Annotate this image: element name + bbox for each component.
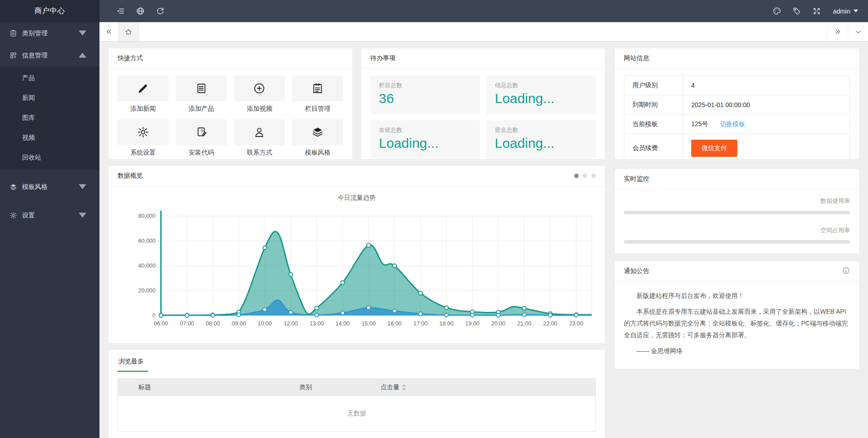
tabbar-spacer bbox=[139, 22, 827, 41]
sidebar-item-label: 信息管理 bbox=[22, 52, 47, 60]
col-header-clicks[interactable]: 点击量 bbox=[381, 383, 406, 391]
shortcut-add-news[interactable]: 添加新闻 bbox=[118, 75, 169, 113]
shortcut-system-settings[interactable]: 系统设置 bbox=[118, 119, 169, 157]
col-header-title: 标题 bbox=[118, 383, 299, 391]
sidebar-subitem-products[interactable]: 产品 bbox=[0, 68, 99, 88]
svg-text:08:00: 08:00 bbox=[206, 320, 220, 327]
switch-template-link[interactable]: 切换模板 bbox=[720, 120, 745, 127]
table-row: 用户级别 4 bbox=[624, 76, 850, 95]
shortcut-add-product[interactable]: 添加产品 bbox=[176, 75, 227, 113]
svg-text:20,000: 20,000 bbox=[138, 287, 155, 294]
svg-text:07:00: 07:00 bbox=[179, 320, 193, 327]
user-name: admin bbox=[833, 8, 850, 15]
chart-title: 今日流量趋势 bbox=[108, 186, 605, 205]
dashboard-content: 快捷方式 添加新闻 添加产品 bbox=[99, 42, 868, 438]
sidebar-item-template-style[interactable]: 模板风格 bbox=[0, 176, 99, 198]
realtime-monitor-panel: 实时监控 数据使用率 空间占用率 bbox=[615, 169, 859, 254]
traffic-trend-chart[interactable]: 020,00040,00060,00080,00006:0007:0008:00… bbox=[118, 205, 596, 340]
chevron-down-icon bbox=[855, 28, 862, 35]
sidebar-item-category-mgmt[interactable]: 类别管理 bbox=[0, 22, 99, 44]
stat-value: Loading... bbox=[495, 91, 588, 106]
notice-panel: 通知公告 新版建站程序与后台发布，欢迎使用！ 本系统是在原专用车云建站基础上发展… bbox=[615, 261, 859, 369]
expiry-date-value: 2025-01-01 00:00:00 bbox=[683, 95, 850, 115]
space-usage-meter: 空间占用率 bbox=[624, 226, 850, 244]
panel-title: 实时监控 bbox=[615, 169, 859, 189]
globe-icon[interactable] bbox=[130, 0, 150, 22]
svg-text:13:00: 13:00 bbox=[309, 320, 323, 327]
svg-text:19:00: 19:00 bbox=[465, 320, 479, 327]
fullscreen-icon[interactable] bbox=[807, 0, 827, 22]
sidebar-subitem-news[interactable]: 新闻 bbox=[0, 88, 99, 108]
current-template-value: 125号 bbox=[691, 120, 708, 127]
stat-messages-total: 留言总数 Loading... bbox=[486, 120, 596, 159]
svg-text:40,000: 40,000 bbox=[138, 263, 155, 269]
most-viewed-panel: 浏览最多 标题 类别 点击量 无数据 bbox=[108, 350, 605, 438]
carousel-dot[interactable] bbox=[574, 174, 579, 178]
gear-icon bbox=[9, 212, 17, 219]
shortcut-add-video[interactable]: 添加视频 bbox=[234, 75, 285, 113]
empty-state: 无数据 bbox=[118, 396, 595, 431]
svg-text:80,000: 80,000 bbox=[138, 213, 155, 219]
tab-most-viewed[interactable]: 浏览最多 bbox=[118, 358, 148, 372]
most-viewed-table: 标题 类别 点击量 无数据 bbox=[118, 378, 596, 432]
row-label: 到期时间 bbox=[624, 95, 683, 115]
sort-carets-icon[interactable] bbox=[402, 384, 406, 391]
tab-bar bbox=[99, 22, 868, 42]
double-chevron-right-icon bbox=[834, 28, 841, 35]
svg-text:20:00: 20:00 bbox=[491, 320, 505, 327]
data-usage-meter: 数据使用率 bbox=[624, 197, 850, 214]
refresh-icon[interactable] bbox=[150, 0, 170, 22]
app-title: 商户中心 bbox=[0, 0, 99, 22]
caret-down-icon bbox=[79, 183, 86, 191]
svg-text:06:00: 06:00 bbox=[154, 320, 168, 327]
notice-content: 新版建站程序与后台发布，欢迎使用！ 本系统是在原专用车云建站基础上发展而来，采用… bbox=[615, 282, 859, 369]
home-tab[interactable] bbox=[118, 22, 139, 41]
svg-text:60,000: 60,000 bbox=[138, 238, 155, 244]
svg-text:23:00: 23:00 bbox=[569, 320, 583, 327]
sidebar-subitem-gallery[interactable]: 图库 bbox=[0, 108, 99, 128]
tab-options-button[interactable] bbox=[848, 22, 868, 41]
notice-signature: —— 金思维网络 bbox=[624, 345, 850, 357]
carousel-dot[interactable] bbox=[591, 174, 596, 178]
sidebar-item-settings[interactable]: 设置 bbox=[0, 204, 99, 226]
sidebar-subitem-recycle[interactable]: 回收站 bbox=[0, 148, 99, 168]
table-row: 到期时间 2025-01-01 00:00:00 bbox=[624, 95, 850, 115]
svg-text:17:00: 17:00 bbox=[413, 320, 427, 327]
data-overview-panel: 数据概览 今日流量趋势 020,00040,00060,00080,00006:… bbox=[108, 166, 605, 343]
svg-text:15:00: 15:00 bbox=[361, 320, 375, 327]
user-menu[interactable]: admin bbox=[833, 8, 858, 15]
sidebar-subitem-video[interactable]: 视频 bbox=[0, 128, 99, 148]
notebook-icon bbox=[311, 82, 324, 94]
shortcuts-panel: 快捷方式 添加新闻 添加产品 bbox=[108, 48, 352, 159]
svg-text:18:00: 18:00 bbox=[439, 320, 453, 327]
panel-title: 数据概览 bbox=[118, 172, 143, 180]
progress-bar bbox=[624, 240, 850, 244]
sidebar-item-info-mgmt[interactable]: 信息管理 bbox=[0, 44, 99, 66]
wechat-pay-button[interactable]: 微信支付 bbox=[691, 140, 737, 157]
tag-icon[interactable] bbox=[787, 0, 807, 22]
stat-value: 36 bbox=[379, 91, 472, 106]
panel-title: 通知公告 bbox=[624, 267, 649, 275]
row-label: 用户级别 bbox=[624, 76, 683, 95]
document-list-icon bbox=[195, 82, 208, 94]
stat-info-total: 信息总数 Loading... bbox=[486, 75, 596, 114]
layers-icon bbox=[311, 126, 324, 138]
caret-down-icon bbox=[79, 212, 86, 219]
shortcut-install-code[interactable]: ? 安装代码 bbox=[176, 119, 227, 157]
carousel-dot[interactable] bbox=[583, 174, 587, 178]
shortcut-column-mgmt[interactable]: 栏目管理 bbox=[292, 75, 343, 113]
palette-icon[interactable] bbox=[767, 0, 787, 22]
double-chevron-left-icon bbox=[105, 28, 113, 35]
panel-title: 快捷方式 bbox=[108, 48, 352, 69]
plus-circle-icon bbox=[253, 82, 265, 94]
gear-icon bbox=[137, 126, 149, 138]
svg-text:21:00: 21:00 bbox=[517, 320, 531, 327]
scroll-tabs-right-button[interactable] bbox=[827, 22, 848, 41]
shortcut-contact[interactable]: 联系方式 bbox=[234, 119, 285, 157]
collapse-tabs-button[interactable] bbox=[99, 22, 118, 41]
info-circle-icon[interactable] bbox=[842, 267, 850, 276]
shortcut-template-style[interactable]: 模板风格 bbox=[292, 119, 343, 157]
collapse-sidebar-icon[interactable] bbox=[110, 0, 130, 22]
pencil-icon bbox=[137, 82, 149, 94]
svg-text:10:00: 10:00 bbox=[257, 320, 271, 327]
